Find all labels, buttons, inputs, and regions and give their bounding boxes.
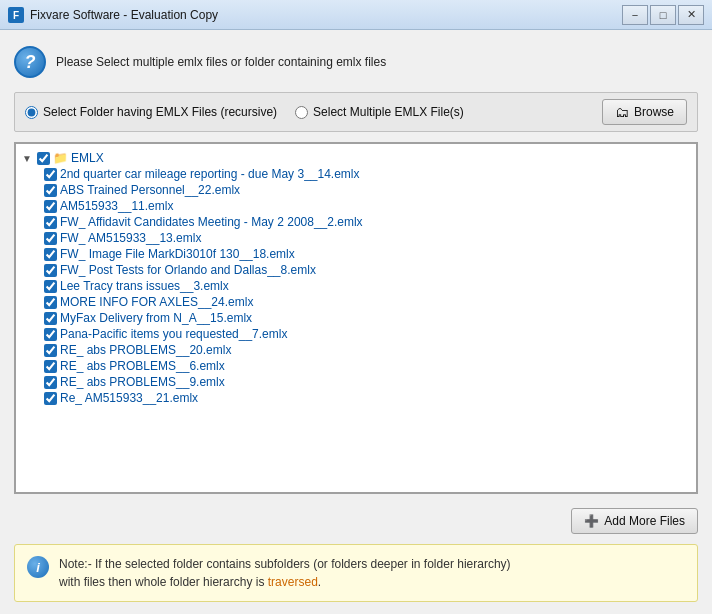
browse-icon: 🗂 — [615, 104, 629, 120]
file-checkbox-14[interactable] — [44, 392, 57, 405]
file-checkbox-4[interactable] — [44, 232, 57, 245]
radio-group: Select Folder having EMLX Files (recursi… — [25, 105, 602, 119]
file-checkbox-5[interactable] — [44, 248, 57, 261]
header-text: Please Select multiple emlx files or fol… — [56, 55, 386, 69]
file-label-14: Re_ AM515933__21.emlx — [60, 391, 198, 405]
window-title: Fixvare Software - Evaluation Copy — [30, 8, 622, 22]
radio-files-input[interactable] — [295, 106, 308, 119]
note-text: Note:- If the selected folder contains s… — [59, 555, 511, 591]
title-bar: F Fixvare Software - Evaluation Copy − □… — [0, 0, 712, 30]
file-checkbox-10[interactable] — [44, 328, 57, 341]
file-checkbox-7[interactable] — [44, 280, 57, 293]
app-icon: F — [8, 7, 24, 23]
file-label-3: FW_ Affidavit Candidates Meeting - May 2… — [60, 215, 363, 229]
list-item: ABS Trained Personnel__22.emlx — [44, 182, 690, 198]
radio-folder-option[interactable]: Select Folder having EMLX Files (recursi… — [25, 105, 277, 119]
note-section: i Note:- If the selected folder contains… — [14, 544, 698, 602]
list-item: AM515933__11.emlx — [44, 198, 690, 214]
file-label-5: FW_ Image File MarkDi3010f 130__18.emlx — [60, 247, 295, 261]
file-label-13: RE_ abs PROBLEMS__9.emlx — [60, 375, 225, 389]
file-checkbox-2[interactable] — [44, 200, 57, 213]
expand-icon[interactable]: ▼ — [22, 153, 34, 164]
close-button[interactable]: ✕ — [678, 5, 704, 25]
list-item: FW_ AM515933__13.emlx — [44, 230, 690, 246]
file-checkbox-3[interactable] — [44, 216, 57, 229]
file-label-7: Lee Tracy trans issues__3.emlx — [60, 279, 229, 293]
file-tree-scroll[interactable]: ▼ 📁 EMLX 2nd quarter car mileage reporti… — [16, 144, 696, 492]
file-checkbox-6[interactable] — [44, 264, 57, 277]
file-label-9: MyFax Delivery from N_A__15.emlx — [60, 311, 252, 325]
file-checkbox-1[interactable] — [44, 184, 57, 197]
list-item: 2nd quarter car mileage reporting - due … — [44, 166, 690, 182]
list-item: FW_ Affidavit Candidates Meeting - May 2… — [44, 214, 690, 230]
add-more-label: Add More Files — [604, 514, 685, 528]
file-label-4: FW_ AM515933__13.emlx — [60, 231, 201, 245]
add-more-row: ➕ Add More Files — [14, 504, 698, 534]
list-item: Pana-Pacific items you requested__7.emlx — [44, 326, 690, 342]
list-item: MyFax Delivery from N_A__15.emlx — [44, 310, 690, 326]
list-item: Re_ AM515933__21.emlx — [44, 390, 690, 406]
maximize-button[interactable]: □ — [650, 5, 676, 25]
file-label-12: RE_ abs PROBLEMS__6.emlx — [60, 359, 225, 373]
note-info-icon: i — [27, 556, 49, 578]
add-more-files-button[interactable]: ➕ Add More Files — [571, 508, 698, 534]
file-checkbox-0[interactable] — [44, 168, 57, 181]
file-tree-panel: ▼ 📁 EMLX 2nd quarter car mileage reporti… — [14, 142, 698, 494]
file-checkbox-11[interactable] — [44, 344, 57, 357]
window-body: ? Please Select multiple emlx files or f… — [0, 30, 712, 614]
file-checkbox-12[interactable] — [44, 360, 57, 373]
file-checkbox-9[interactable] — [44, 312, 57, 325]
tree-children: 2nd quarter car mileage reporting - due … — [44, 166, 690, 406]
note-text-line2: with files then whole folder hierarchy i… — [59, 575, 264, 589]
file-label-10: Pana-Pacific items you requested__7.emlx — [60, 327, 287, 341]
radio-folder-label: Select Folder having EMLX Files (recursi… — [43, 105, 277, 119]
list-item: RE_ abs PROBLEMS__20.emlx — [44, 342, 690, 358]
list-item: Lee Tracy trans issues__3.emlx — [44, 278, 690, 294]
list-item: RE_ abs PROBLEMS__9.emlx — [44, 374, 690, 390]
radio-folder-input[interactable] — [25, 106, 38, 119]
window-controls: − □ ✕ — [622, 5, 704, 25]
root-label: EMLX — [71, 151, 104, 165]
radio-row: Select Folder having EMLX Files (recursi… — [14, 92, 698, 132]
header-info-icon: ? — [14, 46, 46, 78]
radio-files-option[interactable]: Select Multiple EMLX File(s) — [295, 105, 464, 119]
list-item: FW_ Image File MarkDi3010f 130__18.emlx — [44, 246, 690, 262]
minimize-button[interactable]: − — [622, 5, 648, 25]
file-label-2: AM515933__11.emlx — [60, 199, 173, 213]
browse-button[interactable]: 🗂 Browse — [602, 99, 687, 125]
file-checkbox-8[interactable] — [44, 296, 57, 309]
header-section: ? Please Select multiple emlx files or f… — [14, 42, 698, 82]
list-item: RE_ abs PROBLEMS__6.emlx — [44, 358, 690, 374]
add-more-icon: ➕ — [584, 514, 599, 528]
note-highlight: traversed — [268, 575, 318, 589]
file-label-0: 2nd quarter car mileage reporting - due … — [60, 167, 360, 181]
tree-root: ▼ 📁 EMLX 2nd quarter car mileage reporti… — [16, 148, 696, 408]
file-label-6: FW_ Post Tests for Orlando and Dallas__8… — [60, 263, 316, 277]
radio-files-label: Select Multiple EMLX File(s) — [313, 105, 464, 119]
list-item: MORE INFO FOR AXLES__24.emlx — [44, 294, 690, 310]
list-item: FW_ Post Tests for Orlando and Dallas__8… — [44, 262, 690, 278]
browse-label: Browse — [634, 105, 674, 119]
file-label-8: MORE INFO FOR AXLES__24.emlx — [60, 295, 253, 309]
svg-text:F: F — [13, 10, 19, 21]
note-text-line3: . — [318, 575, 321, 589]
file-label-1: ABS Trained Personnel__22.emlx — [60, 183, 240, 197]
tree-root-node: ▼ 📁 EMLX — [22, 150, 690, 166]
root-checkbox[interactable] — [37, 152, 50, 165]
folder-icon: 📁 — [53, 151, 68, 165]
note-text-line1: Note:- If the selected folder contains s… — [59, 557, 511, 571]
file-label-11: RE_ abs PROBLEMS__20.emlx — [60, 343, 231, 357]
file-checkbox-13[interactable] — [44, 376, 57, 389]
